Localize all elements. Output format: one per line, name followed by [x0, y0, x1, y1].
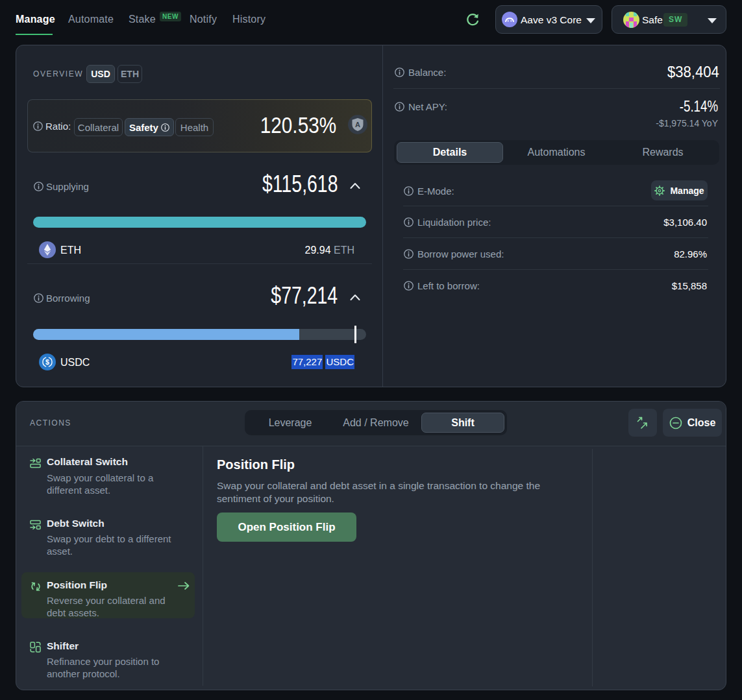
svg-text:A: A	[355, 121, 360, 128]
svg-text:$: $	[45, 358, 49, 366]
